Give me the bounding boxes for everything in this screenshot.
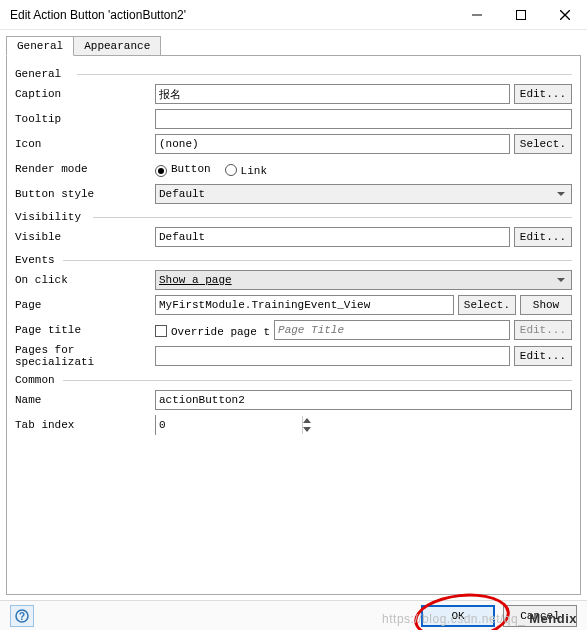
caption-input[interactable] (155, 84, 510, 104)
specialization-edit-button[interactable]: Edit... (514, 346, 572, 366)
section-events: Events (15, 254, 572, 266)
button-style-label: Button style (15, 188, 155, 200)
dialog-bottombar: ? OK Cancel (0, 600, 587, 630)
section-general: General (15, 68, 572, 80)
specialization-label: Pages for specializati (15, 344, 155, 368)
button-style-value: Default (159, 188, 205, 200)
tooltip-label: Tooltip (15, 113, 155, 125)
icon-input[interactable] (155, 134, 510, 154)
icon-select-button[interactable]: Select. (514, 134, 572, 154)
visible-edit-button[interactable]: Edit... (514, 227, 572, 247)
button-style-select[interactable]: Default (155, 184, 572, 204)
tabindex-value[interactable] (156, 415, 302, 435)
render-mode-button-label: Button (171, 163, 211, 175)
tabindex-spinner[interactable] (155, 415, 275, 435)
section-visibility: Visibility (15, 211, 572, 223)
name-label: Name (15, 394, 155, 406)
window-titlebar: Edit Action Button 'actionButton2' (0, 0, 587, 30)
onclick-label: On click (15, 274, 155, 286)
page-title-input[interactable] (274, 320, 510, 340)
page-title-edit-button: Edit... (514, 320, 572, 340)
minimize-button[interactable] (455, 0, 499, 30)
page-title-label: Page title (15, 324, 155, 336)
tab-page-general: General Caption Edit... Tooltip Icon Sel… (6, 55, 581, 595)
window-title: Edit Action Button 'actionButton2' (10, 8, 455, 22)
ok-button[interactable]: OK (421, 605, 495, 627)
override-page-title-checkbox[interactable]: Override page t (155, 323, 270, 338)
visible-input[interactable] (155, 227, 510, 247)
caption-edit-button[interactable]: Edit... (514, 84, 572, 104)
svg-marker-4 (303, 418, 311, 423)
visible-label: Visible (15, 231, 155, 243)
radio-icon (225, 164, 237, 176)
tooltip-input[interactable] (155, 109, 572, 129)
onclick-value: Show a page (159, 274, 232, 286)
render-mode-radio-button[interactable]: Button (155, 163, 211, 175)
tab-general[interactable]: General (6, 36, 74, 56)
tab-strip: General Appearance (6, 36, 581, 56)
radio-icon (155, 165, 167, 177)
render-mode-radio-link[interactable]: Link (225, 162, 267, 177)
onclick-select[interactable]: Show a page (155, 270, 572, 290)
tabindex-label: Tab index (15, 419, 155, 431)
svg-marker-5 (303, 427, 311, 432)
render-mode-label: Render mode (15, 163, 155, 175)
page-select-button[interactable]: Select. (458, 295, 516, 315)
close-button[interactable] (543, 0, 587, 30)
tabindex-down[interactable] (303, 425, 311, 434)
specialization-input[interactable] (155, 346, 510, 366)
page-label: Page (15, 299, 155, 311)
name-input[interactable] (155, 390, 572, 410)
section-common: Common (15, 374, 572, 386)
svg-text:?: ? (19, 611, 25, 622)
override-page-title-label: Override page t (171, 326, 270, 338)
maximize-button[interactable] (499, 0, 543, 30)
tabindex-up[interactable] (303, 416, 311, 425)
help-button[interactable]: ? (10, 605, 34, 627)
svg-rect-1 (517, 10, 526, 19)
caption-label: Caption (15, 88, 155, 100)
cancel-button[interactable]: Cancel (503, 605, 577, 627)
checkbox-icon (155, 325, 167, 337)
page-show-button[interactable]: Show (520, 295, 572, 315)
tab-appearance[interactable]: Appearance (73, 36, 161, 56)
render-mode-link-label: Link (241, 165, 267, 177)
page-input[interactable] (155, 295, 454, 315)
icon-label: Icon (15, 138, 155, 150)
